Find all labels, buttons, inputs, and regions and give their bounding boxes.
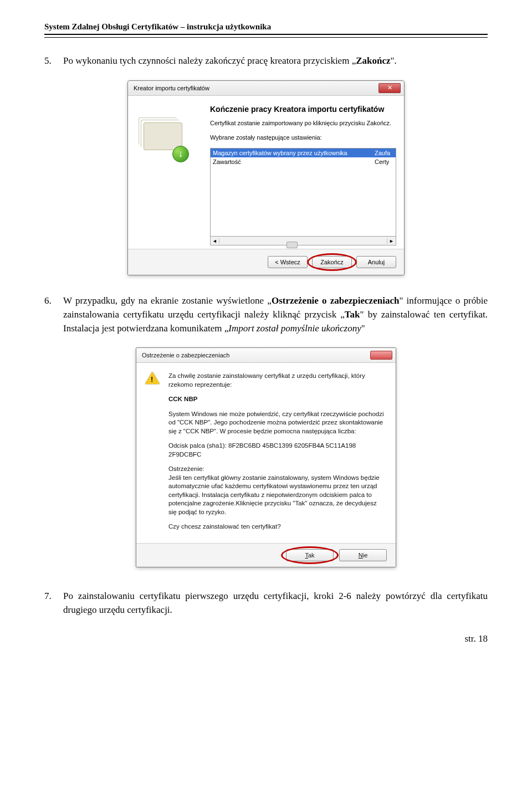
warn-question: Czy chcesz zainstalować ten certyfikat? — [168, 523, 386, 531]
step-5-t2: ". — [391, 55, 397, 66]
cancel-button-label: Anuluj — [368, 259, 385, 265]
certificate-stack-icon — [144, 122, 182, 150]
scroll-left-icon[interactable]: ◄ — [211, 238, 219, 244]
wizard-body: ↓ Kończenie pracy Kreatora importu certy… — [128, 96, 404, 249]
step-6-number: 6. — [44, 294, 63, 335]
step-6-t4: " — [361, 323, 365, 334]
page-header: System Zdalnej Obsługi Certyfikatów – in… — [44, 22, 488, 32]
warn-cert-name: CCK NBP — [168, 395, 386, 404]
no-button[interactable]: Nie — [339, 549, 387, 561]
warning-close-button[interactable] — [370, 351, 392, 360]
scroll-right-icon[interactable]: ► — [387, 238, 396, 244]
list-cell: Magazyn certyfikatów wybrany przez użytk… — [213, 150, 375, 156]
warn-p5b: Jeśli ten certyfikat główny zostanie zai… — [168, 474, 380, 515]
step-5-text: Po wykonaniu tych czynności należy zakoń… — [63, 54, 488, 68]
warning-footer: Tak Nie — [136, 543, 396, 567]
settings-listbox[interactable]: Magazyn certyfikatów wybrany przez użytk… — [210, 148, 396, 237]
wizard-titlebar: Kreator importu certyfikatów ✕ — [128, 81, 404, 96]
warn-p1: Za chwilę zostanie zainstalowany certyfi… — [168, 372, 386, 389]
back-button[interactable]: < Wstecz — [268, 256, 308, 268]
step-6-text: W przypadku, gdy na ekranie zostanie wyś… — [63, 294, 488, 335]
warning-titlebar: Ostrzeżenie o zabezpieczeniach — [136, 348, 396, 363]
step-6-i1: Import został pomyślnie ukończony — [228, 323, 361, 334]
wizard-footer: < Wstecz Zakończ Anuluj — [128, 249, 404, 275]
wizard-listlabel: Wybrane zostały następujące ustawienia: — [210, 134, 396, 141]
warning-icon-column — [145, 372, 161, 537]
yes-button[interactable]: Tak — [286, 549, 334, 561]
yes-label-rest: ak — [308, 552, 315, 559]
step-6-b2: Tak — [345, 309, 360, 320]
step-6: 6. W przypadku, gdy na ekranie zostanie … — [44, 294, 488, 335]
warning-body: Za chwilę zostanie zainstalowany certyfi… — [136, 363, 396, 543]
close-icon: ✕ — [387, 85, 392, 91]
step-5-bold: Zakończ — [356, 55, 390, 66]
warning-text: Za chwilę zostanie zainstalowany certyfi… — [168, 372, 386, 537]
finish-button-label: Zakończ — [320, 259, 344, 265]
warning-triangle-icon — [145, 372, 160, 384]
list-cell: Zaufa — [375, 150, 393, 156]
warn-p3: System Windows nie może potwierdzić, czy… — [168, 410, 386, 436]
step-5: 5. Po wykonaniu tych czynności należy za… — [44, 54, 488, 68]
horizontal-scrollbar[interactable]: ◄ ► — [210, 237, 396, 245]
header-rule-thick — [44, 34, 488, 35]
list-row-selected[interactable]: Magazyn certyfikatów wybrany przez użytk… — [211, 148, 396, 157]
list-row[interactable]: Zawartość Certy — [211, 157, 396, 166]
step-6-b1: Ostrzeżenie o zabezpieczeniach — [272, 295, 399, 306]
download-badge-icon: ↓ — [172, 146, 189, 162]
step-5-t1: Po wykonaniu tych czynności należy zakoń… — [63, 55, 356, 66]
step-6-t1: W przypadku, gdy na ekranie zostanie wyś… — [63, 295, 272, 306]
warn-p5: Ostrzeżenie:Jeśli ten certyfikat główny … — [168, 465, 386, 516]
warn-fingerprint: Odcisk palca (sha1): 8F2BC6BD 45BC1399 6… — [168, 442, 386, 459]
back-button-label: < Wstecz — [275, 259, 300, 265]
close-button[interactable]: ✕ — [378, 83, 401, 93]
wizard-title: Kreator importu certyfikatów — [134, 85, 209, 91]
step-7-text: Po zainstalowaniu certyfikatu pierwszego… — [63, 590, 488, 617]
no-label-rest: ie — [363, 552, 368, 559]
step-7-number: 7. — [44, 590, 63, 617]
step-7: 7. Po zainstalowaniu certyfikatu pierwsz… — [44, 590, 488, 617]
list-cell: Zawartość — [213, 158, 375, 165]
list-cell: Certy — [375, 158, 393, 165]
finish-button[interactable]: Zakończ — [312, 256, 352, 268]
warning-title: Ostrzeżenie o zabezpieczeniach — [142, 352, 229, 358]
page-number: str. 18 — [44, 633, 488, 644]
warn-p5a: Ostrzeżenie: — [168, 465, 204, 472]
scroll-thumb[interactable] — [287, 242, 298, 248]
wizard-right: Kończenie pracy Kreatora importu certyfi… — [210, 105, 396, 246]
wizard-dialog: Kreator importu certyfikatów ✕ ↓ Kończen… — [127, 80, 405, 276]
warning-dialog: Ostrzeżenie o zabezpieczeniach Za chwilę… — [136, 347, 396, 567]
wizard-icon: ↓ — [136, 105, 202, 166]
wizard-subtext: Certyfikat zostanie zaimportowany po kli… — [210, 119, 396, 127]
header-rule-thin — [44, 37, 488, 38]
cancel-button[interactable]: Anuluj — [356, 256, 396, 268]
step-5-number: 5. — [44, 54, 63, 68]
wizard-heading: Kończenie pracy Kreatora importu certyfi… — [210, 105, 396, 114]
